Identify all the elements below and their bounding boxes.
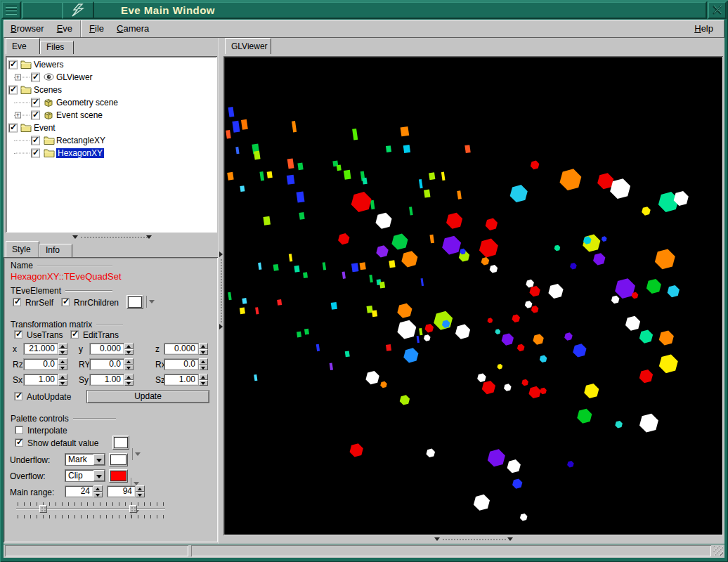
- overflow-color-swatch[interactable]: [110, 471, 126, 481]
- rnrchildren-checkbox[interactable]: [61, 298, 70, 306]
- menu-help[interactable]: Help: [688, 20, 720, 37]
- tab-style[interactable]: Style: [6, 241, 39, 257]
- app-icon-button[interactable]: [62, 1, 94, 19]
- tree-label[interactable]: Scenes: [34, 85, 62, 95]
- splitter-arrow-icon[interactable]: [219, 324, 223, 329]
- tree-checkbox[interactable]: [8, 124, 18, 133]
- matrix-entry-sz[interactable]: 1.00: [164, 374, 199, 386]
- overflow-color-select[interactable]: [109, 469, 128, 483]
- splitter-arrow-icon[interactable]: [434, 537, 440, 541]
- splitter-dots[interactable]: [81, 237, 148, 238]
- tree-checkbox[interactable]: [31, 73, 40, 82]
- matrix-spinner-y[interactable]: [124, 343, 134, 355]
- close-button[interactable]: [708, 1, 727, 19]
- interpolate-checkbox[interactable]: [15, 426, 23, 434]
- matrix-spinner-sy[interactable]: [124, 374, 134, 386]
- tree-label[interactable]: Event: [34, 123, 56, 133]
- tree-item-event-scene[interactable]: +Event scene: [6, 109, 217, 122]
- tree-item-scenes[interactable]: Scenes: [6, 84, 217, 96]
- matrix-entry-ry[interactable]: 0.0: [89, 358, 124, 370]
- matrix-spinner-sz[interactable]: [199, 374, 208, 386]
- tab-eve[interactable]: Eve: [6, 38, 40, 54]
- slider-handle-low[interactable]: [39, 505, 47, 513]
- tree-item-viewers[interactable]: Viewers: [6, 58, 217, 71]
- underflow-color-select[interactable]: [109, 453, 128, 466]
- update-button[interactable]: Update: [86, 390, 209, 403]
- tree-label[interactable]: GLViewer: [56, 72, 93, 82]
- matrix-spinner-x[interactable]: [58, 343, 67, 355]
- main-range-high-spinner[interactable]: [136, 485, 145, 497]
- tree-expander-icon[interactable]: +: [15, 74, 21, 81]
- slider-handle-high[interactable]: [129, 505, 137, 513]
- viewer-bottom-splitter[interactable]: [223, 535, 724, 544]
- underflow-combo[interactable]: Mark: [65, 453, 105, 466]
- window-menu-button[interactable]: [1, 1, 21, 19]
- tree-checkbox[interactable]: [8, 86, 18, 95]
- matrix-entry-y[interactable]: 0.000: [89, 343, 124, 355]
- tree-expander-icon[interactable]: +: [15, 112, 21, 119]
- tree-checkbox[interactable]: [31, 149, 40, 158]
- menu-camera[interactable]: Camera: [110, 20, 155, 37]
- default-color-dropdown-icon[interactable]: [132, 448, 141, 460]
- tab-info[interactable]: Info: [39, 244, 72, 257]
- tree-item-glviewer[interactable]: +GLViewer: [6, 71, 217, 84]
- main-range-low-entry[interactable]: 24: [65, 485, 93, 497]
- matrix-entry-rz[interactable]: 0.0: [23, 358, 58, 370]
- tree-label[interactable]: HexagonXY: [56, 148, 104, 158]
- menu-file[interactable]: File: [83, 20, 110, 37]
- combo-arrow-icon[interactable]: [93, 454, 105, 465]
- menu-eve[interactable]: Eve: [51, 20, 79, 37]
- splitter-dots[interactable]: [221, 259, 222, 322]
- element-color-dropdown-icon[interactable]: [146, 296, 155, 308]
- matrix-entry-rx[interactable]: 0.0: [164, 358, 199, 370]
- splitter-arrow-icon[interactable]: [146, 235, 152, 239]
- panel-splitter[interactable]: [218, 38, 223, 544]
- rnrself-checkbox[interactable]: [13, 298, 21, 306]
- tree-item-event[interactable]: Event: [6, 122, 217, 134]
- matrix-spinner-rz[interactable]: [58, 358, 67, 370]
- show-default-checkbox[interactable]: [15, 438, 23, 447]
- tree-label[interactable]: Event scene: [56, 110, 103, 120]
- matrix-spinner-sx[interactable]: [58, 374, 67, 386]
- splitter-arrow-icon[interactable]: [219, 251, 223, 257]
- usetrans-checkbox[interactable]: [14, 330, 22, 339]
- edittrans-checkbox[interactable]: [70, 330, 79, 339]
- tree-checkbox[interactable]: [31, 111, 40, 120]
- splitter-dots[interactable]: [443, 539, 506, 540]
- range-slider[interactable]: [16, 509, 165, 510]
- matrix-spinner-rx[interactable]: [199, 358, 208, 370]
- tree-label[interactable]: Geometry scene: [56, 98, 118, 107]
- resize-grip-icon[interactable]: [713, 546, 723, 556]
- matrix-entry-sx[interactable]: 1.00: [23, 374, 58, 386]
- tree-checkbox[interactable]: [8, 60, 18, 70]
- splitter-arrow-icon[interactable]: [72, 235, 78, 239]
- tree-checkbox[interactable]: [31, 98, 40, 107]
- default-color-swatch[interactable]: [114, 437, 128, 448]
- element-color-swatch[interactable]: [128, 296, 142, 308]
- default-color-select[interactable]: [112, 436, 129, 450]
- main-range-low-spinner[interactable]: [93, 485, 103, 497]
- matrix-spinner-z[interactable]: [199, 343, 208, 355]
- matrix-entry-z[interactable]: 0.000: [164, 343, 199, 355]
- element-color-select[interactable]: [126, 295, 143, 309]
- main-range-high-entry[interactable]: 94: [107, 485, 136, 497]
- tab-glviewer[interactable]: GLViewer: [225, 38, 271, 54]
- tree-checkbox[interactable]: [31, 136, 40, 145]
- tree-editor-splitter[interactable]: [4, 233, 218, 241]
- matrix-entry-sy[interactable]: 1.00: [89, 374, 124, 386]
- matrix-entry-x[interactable]: 21.000: [23, 343, 58, 355]
- overflow-combo[interactable]: Clip: [65, 469, 105, 482]
- tree-label[interactable]: Viewers: [34, 60, 63, 70]
- autoupdate-checkbox[interactable]: [14, 392, 22, 400]
- matrix-spinner-ry[interactable]: [124, 358, 134, 370]
- combo-arrow-icon[interactable]: [93, 470, 105, 481]
- title-bar[interactable]: Eve Main Window: [1, 1, 727, 19]
- tree-label[interactable]: RectangleXY: [56, 136, 105, 145]
- splitter-arrow-icon[interactable]: [507, 537, 513, 541]
- menu-browser[interactable]: Browser: [4, 20, 51, 37]
- gl-viewport[interactable]: [223, 56, 723, 535]
- tab-files[interactable]: Files: [40, 41, 74, 54]
- underflow-color-swatch[interactable]: [110, 455, 126, 465]
- tree-item-hexagonxy[interactable]: HexagonXY: [6, 147, 217, 159]
- tree-item-rectanglexy[interactable]: RectangleXY: [6, 134, 217, 147]
